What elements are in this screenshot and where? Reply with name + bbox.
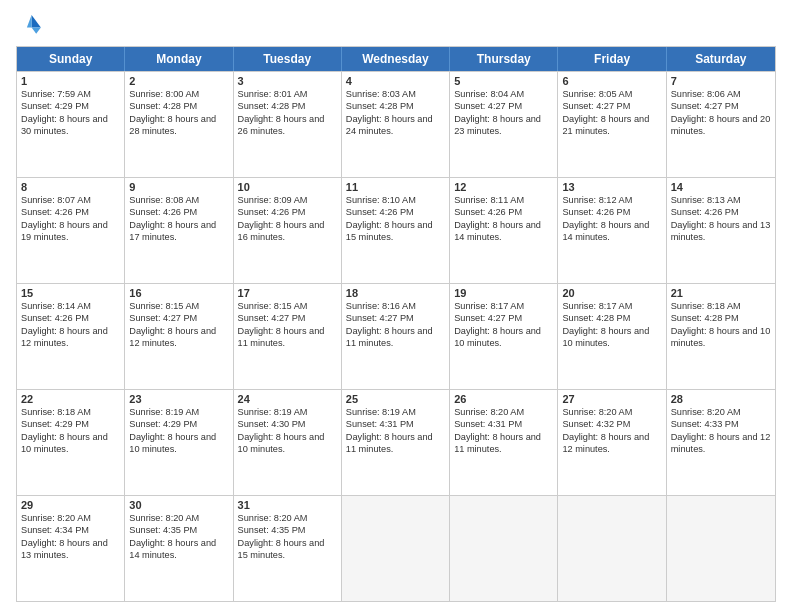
calendar-row-1: 1 Sunrise: 7:59 AMSunset: 4:29 PMDayligh… — [17, 71, 775, 177]
day-cell-21: 21 Sunrise: 8:18 AMSunset: 4:28 PMDaylig… — [667, 284, 775, 389]
calendar-body: 1 Sunrise: 7:59 AMSunset: 4:29 PMDayligh… — [17, 71, 775, 601]
page: SundayMondayTuesdayWednesdayThursdayFrid… — [0, 0, 792, 612]
day-info: Sunrise: 8:03 AMSunset: 4:28 PMDaylight:… — [346, 88, 445, 138]
day-number: 15 — [21, 287, 120, 299]
day-info: Sunrise: 8:12 AMSunset: 4:26 PMDaylight:… — [562, 194, 661, 244]
day-info: Sunrise: 8:20 AMSunset: 4:35 PMDaylight:… — [129, 512, 228, 562]
day-info: Sunrise: 8:19 AMSunset: 4:30 PMDaylight:… — [238, 406, 337, 456]
day-number: 24 — [238, 393, 337, 405]
day-info: Sunrise: 8:20 AMSunset: 4:33 PMDaylight:… — [671, 406, 771, 456]
day-number: 3 — [238, 75, 337, 87]
day-number: 4 — [346, 75, 445, 87]
day-number: 22 — [21, 393, 120, 405]
logo-icon — [16, 12, 44, 40]
day-cell-5: 5 Sunrise: 8:04 AMSunset: 4:27 PMDayligh… — [450, 72, 558, 177]
day-cell-24: 24 Sunrise: 8:19 AMSunset: 4:30 PMDaylig… — [234, 390, 342, 495]
day-number: 26 — [454, 393, 553, 405]
day-cell-28: 28 Sunrise: 8:20 AMSunset: 4:33 PMDaylig… — [667, 390, 775, 495]
day-cell-27: 27 Sunrise: 8:20 AMSunset: 4:32 PMDaylig… — [558, 390, 666, 495]
day-info: Sunrise: 8:20 AMSunset: 4:34 PMDaylight:… — [21, 512, 120, 562]
day-cell-18: 18 Sunrise: 8:16 AMSunset: 4:27 PMDaylig… — [342, 284, 450, 389]
day-info: Sunrise: 8:17 AMSunset: 4:28 PMDaylight:… — [562, 300, 661, 350]
day-info: Sunrise: 7:59 AMSunset: 4:29 PMDaylight:… — [21, 88, 120, 138]
svg-marker-0 — [32, 15, 41, 27]
day-info: Sunrise: 8:04 AMSunset: 4:27 PMDaylight:… — [454, 88, 553, 138]
day-number: 8 — [21, 181, 120, 193]
day-number: 17 — [238, 287, 337, 299]
day-info: Sunrise: 8:09 AMSunset: 4:26 PMDaylight:… — [238, 194, 337, 244]
day-info: Sunrise: 8:18 AMSunset: 4:28 PMDaylight:… — [671, 300, 771, 350]
day-info: Sunrise: 8:17 AMSunset: 4:27 PMDaylight:… — [454, 300, 553, 350]
day-cell-3: 3 Sunrise: 8:01 AMSunset: 4:28 PMDayligh… — [234, 72, 342, 177]
day-info: Sunrise: 8:10 AMSunset: 4:26 PMDaylight:… — [346, 194, 445, 244]
header — [16, 12, 776, 40]
day-info: Sunrise: 8:20 AMSunset: 4:32 PMDaylight:… — [562, 406, 661, 456]
day-info: Sunrise: 8:00 AMSunset: 4:28 PMDaylight:… — [129, 88, 228, 138]
day-info: Sunrise: 8:01 AMSunset: 4:28 PMDaylight:… — [238, 88, 337, 138]
day-cell-17: 17 Sunrise: 8:15 AMSunset: 4:27 PMDaylig… — [234, 284, 342, 389]
day-number: 18 — [346, 287, 445, 299]
calendar-row-3: 15 Sunrise: 8:14 AMSunset: 4:26 PMDaylig… — [17, 283, 775, 389]
day-header-sunday: Sunday — [17, 47, 125, 71]
day-info: Sunrise: 8:15 AMSunset: 4:27 PMDaylight:… — [129, 300, 228, 350]
svg-marker-1 — [32, 28, 41, 34]
day-info: Sunrise: 8:15 AMSunset: 4:27 PMDaylight:… — [238, 300, 337, 350]
day-header-friday: Friday — [558, 47, 666, 71]
day-header-wednesday: Wednesday — [342, 47, 450, 71]
day-number: 19 — [454, 287, 553, 299]
day-number: 5 — [454, 75, 553, 87]
day-cell-9: 9 Sunrise: 8:08 AMSunset: 4:26 PMDayligh… — [125, 178, 233, 283]
day-cell-13: 13 Sunrise: 8:12 AMSunset: 4:26 PMDaylig… — [558, 178, 666, 283]
day-number: 28 — [671, 393, 771, 405]
day-number: 25 — [346, 393, 445, 405]
day-info: Sunrise: 8:14 AMSunset: 4:26 PMDaylight:… — [21, 300, 120, 350]
calendar-header-row: SundayMondayTuesdayWednesdayThursdayFrid… — [17, 47, 775, 71]
day-cell-19: 19 Sunrise: 8:17 AMSunset: 4:27 PMDaylig… — [450, 284, 558, 389]
day-cell-14: 14 Sunrise: 8:13 AMSunset: 4:26 PMDaylig… — [667, 178, 775, 283]
day-header-saturday: Saturday — [667, 47, 775, 71]
empty-cell — [450, 496, 558, 601]
day-number: 1 — [21, 75, 120, 87]
empty-cell — [342, 496, 450, 601]
day-cell-1: 1 Sunrise: 7:59 AMSunset: 4:29 PMDayligh… — [17, 72, 125, 177]
day-info: Sunrise: 8:13 AMSunset: 4:26 PMDaylight:… — [671, 194, 771, 244]
day-cell-15: 15 Sunrise: 8:14 AMSunset: 4:26 PMDaylig… — [17, 284, 125, 389]
day-info: Sunrise: 8:06 AMSunset: 4:27 PMDaylight:… — [671, 88, 771, 138]
day-info: Sunrise: 8:20 AMSunset: 4:31 PMDaylight:… — [454, 406, 553, 456]
day-cell-2: 2 Sunrise: 8:00 AMSunset: 4:28 PMDayligh… — [125, 72, 233, 177]
day-info: Sunrise: 8:18 AMSunset: 4:29 PMDaylight:… — [21, 406, 120, 456]
day-cell-29: 29 Sunrise: 8:20 AMSunset: 4:34 PMDaylig… — [17, 496, 125, 601]
day-cell-8: 8 Sunrise: 8:07 AMSunset: 4:26 PMDayligh… — [17, 178, 125, 283]
day-number: 7 — [671, 75, 771, 87]
day-cell-7: 7 Sunrise: 8:06 AMSunset: 4:27 PMDayligh… — [667, 72, 775, 177]
day-info: Sunrise: 8:05 AMSunset: 4:27 PMDaylight:… — [562, 88, 661, 138]
day-info: Sunrise: 8:19 AMSunset: 4:31 PMDaylight:… — [346, 406, 445, 456]
day-header-tuesday: Tuesday — [234, 47, 342, 71]
day-cell-22: 22 Sunrise: 8:18 AMSunset: 4:29 PMDaylig… — [17, 390, 125, 495]
day-info: Sunrise: 8:20 AMSunset: 4:35 PMDaylight:… — [238, 512, 337, 562]
day-cell-26: 26 Sunrise: 8:20 AMSunset: 4:31 PMDaylig… — [450, 390, 558, 495]
day-number: 27 — [562, 393, 661, 405]
day-cell-11: 11 Sunrise: 8:10 AMSunset: 4:26 PMDaylig… — [342, 178, 450, 283]
empty-cell — [667, 496, 775, 601]
day-cell-31: 31 Sunrise: 8:20 AMSunset: 4:35 PMDaylig… — [234, 496, 342, 601]
day-number: 21 — [671, 287, 771, 299]
day-cell-25: 25 Sunrise: 8:19 AMSunset: 4:31 PMDaylig… — [342, 390, 450, 495]
day-number: 14 — [671, 181, 771, 193]
logo — [16, 12, 48, 40]
calendar-row-2: 8 Sunrise: 8:07 AMSunset: 4:26 PMDayligh… — [17, 177, 775, 283]
day-cell-12: 12 Sunrise: 8:11 AMSunset: 4:26 PMDaylig… — [450, 178, 558, 283]
day-cell-16: 16 Sunrise: 8:15 AMSunset: 4:27 PMDaylig… — [125, 284, 233, 389]
calendar-row-4: 22 Sunrise: 8:18 AMSunset: 4:29 PMDaylig… — [17, 389, 775, 495]
day-info: Sunrise: 8:11 AMSunset: 4:26 PMDaylight:… — [454, 194, 553, 244]
empty-cell — [558, 496, 666, 601]
day-info: Sunrise: 8:07 AMSunset: 4:26 PMDaylight:… — [21, 194, 120, 244]
day-number: 16 — [129, 287, 228, 299]
day-cell-6: 6 Sunrise: 8:05 AMSunset: 4:27 PMDayligh… — [558, 72, 666, 177]
day-cell-30: 30 Sunrise: 8:20 AMSunset: 4:35 PMDaylig… — [125, 496, 233, 601]
day-info: Sunrise: 8:16 AMSunset: 4:27 PMDaylight:… — [346, 300, 445, 350]
day-number: 2 — [129, 75, 228, 87]
day-number: 31 — [238, 499, 337, 511]
day-number: 10 — [238, 181, 337, 193]
day-number: 11 — [346, 181, 445, 193]
